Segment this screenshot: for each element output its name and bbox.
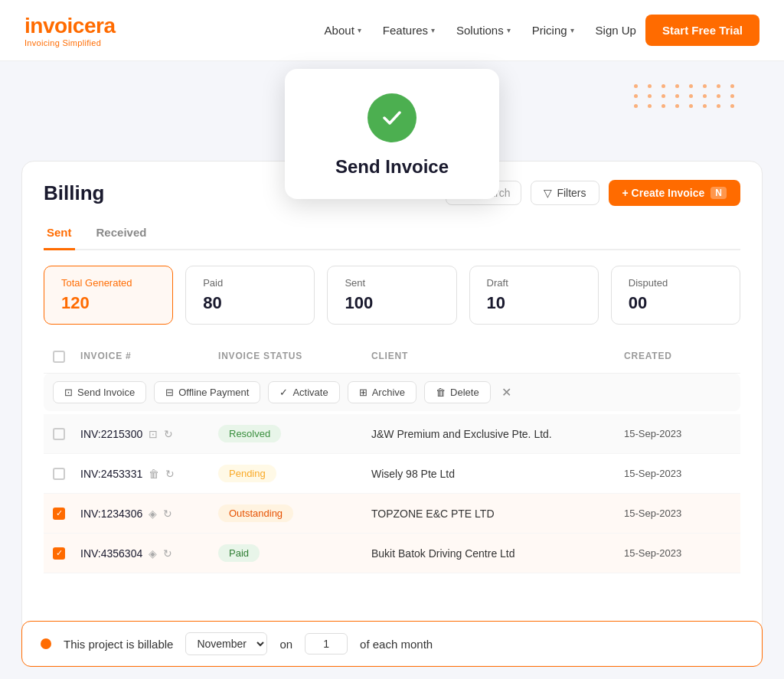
- stat-value-draft: 10: [487, 293, 581, 313]
- create-invoice-badge: N: [710, 187, 727, 199]
- invoice-id-4: INV:4356304: [80, 547, 142, 560]
- send-icon: ⊡: [64, 387, 73, 398]
- stat-label-total: Total Generated: [61, 277, 155, 289]
- trash-icon: 🗑: [436, 387, 446, 398]
- nav-link-signup[interactable]: Sign Up: [596, 24, 636, 37]
- activate-button[interactable]: ✓ Activate: [268, 381, 339, 403]
- nav-item-features[interactable]: Features ▾: [383, 24, 435, 37]
- action-bar: ⊡ Send Invoice ⊟ Offline Payment ✓ Activ…: [44, 374, 740, 411]
- status-cell-4: Paid: [218, 544, 371, 562]
- stat-value-disputed: 00: [629, 293, 723, 313]
- client-name-3: TOPZONE E&C PTE LTD: [371, 508, 624, 520]
- diamond-icon[interactable]: ◈: [149, 508, 157, 520]
- delete-label: Delete: [450, 387, 479, 398]
- checkmark-icon: [378, 104, 406, 132]
- logo-area: invoicera Invoicing Simplified: [24, 14, 115, 47]
- stat-label-draft: Draft: [487, 277, 581, 289]
- check-icon: ✓: [279, 387, 288, 398]
- table-row: INV:2453331 🗑 ↻ Pending Wisely 98 Pte Lt…: [44, 454, 740, 494]
- created-date-2: 15-Sep-2023: [624, 468, 731, 479]
- activate-label: Activate: [292, 387, 328, 398]
- nav-link-about[interactable]: About ▾: [325, 24, 361, 37]
- col-created: CREATED: [624, 351, 731, 365]
- chevron-down-icon: ▾: [507, 26, 511, 34]
- day-input[interactable]: [305, 633, 348, 655]
- table-row: INV:2215300 ⊡ ↻ Resolved J&W Premium and…: [44, 414, 740, 454]
- payment-icon: ⊟: [165, 387, 174, 398]
- trash-icon-row[interactable]: 🗑: [149, 468, 159, 480]
- refresh-icon[interactable]: ↻: [165, 468, 175, 480]
- orange-dot-indicator: [41, 638, 51, 649]
- row-checkbox-4[interactable]: [53, 547, 65, 560]
- status-cell-2: Pending: [218, 465, 371, 482]
- select-all-checkbox[interactable]: [53, 351, 65, 363]
- stat-disputed[interactable]: Disputed 00: [611, 266, 740, 325]
- client-name-2: Wisely 98 Pte Ltd: [371, 468, 624, 480]
- diamond-icon[interactable]: ◈: [149, 547, 157, 560]
- nav-item-solutions[interactable]: Solutions ▾: [456, 24, 511, 37]
- status-cell-1: Resolved: [218, 425, 371, 442]
- stat-label-sent: Sent: [345, 277, 439, 289]
- refresh-icon[interactable]: ↻: [163, 508, 172, 520]
- status-badge-4: Paid: [218, 544, 260, 562]
- status-badge-3: Outstanding: [218, 504, 293, 522]
- tabs: Sent Received: [44, 220, 740, 250]
- nav-links: About ▾ Features ▾ Solutions ▾ Pricing ▾…: [325, 24, 636, 37]
- send-invoice-action-button[interactable]: ⊡ Send Invoice: [53, 381, 146, 403]
- nav-link-features[interactable]: Features ▾: [383, 24, 435, 37]
- archive-button[interactable]: ⊞ Archive: [348, 381, 416, 403]
- chevron-down-icon: ▾: [358, 26, 361, 34]
- offline-payment-button[interactable]: ⊟ Offline Payment: [154, 381, 260, 403]
- stats-row: Total Generated 120 Paid 80 Sent 100 Dra…: [44, 266, 740, 325]
- refresh-icon[interactable]: ↻: [163, 547, 172, 560]
- archive-label: Archive: [372, 387, 405, 398]
- refresh-icon[interactable]: ↻: [164, 428, 173, 440]
- stat-value-sent: 100: [345, 293, 439, 313]
- archive-icon: ⊞: [359, 387, 368, 398]
- row-checkbox-cell-3: [53, 508, 80, 520]
- row-checkbox-1[interactable]: [53, 428, 65, 440]
- invoice-id-3: INV:1234306: [80, 508, 142, 520]
- create-invoice-button[interactable]: + Create Invoice N: [609, 180, 740, 206]
- copy-icon[interactable]: ⊡: [149, 428, 158, 440]
- stat-draft[interactable]: Draft 10: [469, 266, 599, 325]
- invoice-id-1: INV:2215300: [80, 428, 142, 440]
- created-date-1: 15-Sep-2023: [624, 428, 731, 439]
- navbar: invoicera Invoicing Simplified About ▾ F…: [0, 0, 784, 61]
- offline-payment-label: Offline Payment: [178, 387, 249, 398]
- chevron-down-icon: ▾: [570, 26, 574, 34]
- row-checkbox-3[interactable]: [53, 508, 65, 520]
- row-checkbox-cell-1: [53, 428, 80, 440]
- nav-item-pricing[interactable]: Pricing ▾: [532, 24, 574, 37]
- status-badge-1: Resolved: [218, 425, 281, 442]
- page-title: Billing: [44, 181, 104, 205]
- nav-item-signup[interactable]: Sign Up: [596, 24, 636, 37]
- tab-sent[interactable]: Sent: [44, 220, 75, 250]
- logo-text: invoicera: [24, 14, 115, 38]
- col-checkbox: [53, 351, 80, 365]
- stat-total-generated[interactable]: Total Generated 120: [44, 266, 173, 325]
- created-date-3: 15-Sep-2023: [624, 508, 731, 519]
- nav-link-solutions[interactable]: Solutions ▾: [456, 24, 511, 37]
- start-free-trial-button[interactable]: Start Free Trial: [645, 15, 760, 46]
- nav-link-pricing[interactable]: Pricing ▾: [532, 24, 574, 37]
- month-select[interactable]: November January February March December: [185, 632, 267, 655]
- created-date-4: 15-Sep-2023: [624, 547, 731, 559]
- of-each-month-text: of each month: [360, 638, 433, 651]
- stat-label-paid: Paid: [203, 277, 297, 289]
- stat-sent[interactable]: Sent 100: [327, 266, 456, 325]
- close-action-bar-button[interactable]: ✕: [501, 385, 511, 400]
- invoice-num-3: INV:1234306 ◈ ↻: [80, 508, 218, 520]
- tab-received[interactable]: Received: [93, 220, 150, 250]
- row-checkbox-2[interactable]: [53, 468, 65, 480]
- invoice-id-2: INV:2453331: [80, 468, 142, 480]
- stat-paid[interactable]: Paid 80: [185, 266, 315, 325]
- invoice-num-1: INV:2215300 ⊡ ↻: [80, 428, 218, 440]
- status-cell-3: Outstanding: [218, 504, 371, 522]
- delete-button[interactable]: 🗑 Delete: [424, 381, 491, 403]
- send-invoice-popup: Send Invoice: [285, 69, 499, 199]
- stat-value-total: 120: [61, 293, 155, 313]
- nav-item-about[interactable]: About ▾: [325, 24, 361, 37]
- filters-button[interactable]: ▽ Filters: [531, 181, 599, 205]
- filters-label: Filters: [557, 187, 586, 199]
